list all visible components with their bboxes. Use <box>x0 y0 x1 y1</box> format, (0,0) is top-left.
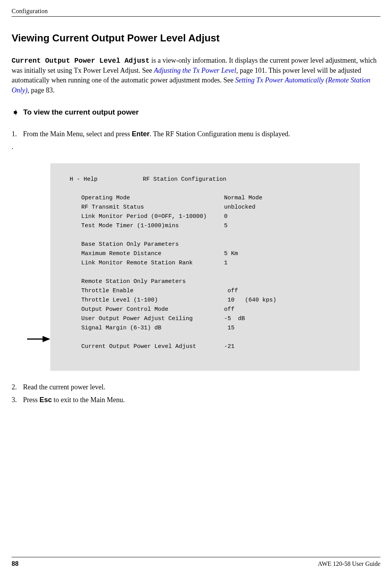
terminal-row: Base Station Only Parameters <box>58 240 352 249</box>
terminal-row: Throttle Enable off <box>58 286 352 296</box>
step-1-text-2: . The RF Station Configuration menu is d… <box>149 130 290 138</box>
terminal-spacer <box>58 231 352 240</box>
step-2-number: 2. <box>12 382 21 392</box>
step-3-number: 3. <box>12 395 21 405</box>
svg-marker-1 <box>43 336 50 342</box>
terminal-row: Link Monitor Remote Station Rank 1 <box>58 259 352 268</box>
terminal-title: H - Help RF Station Configuration <box>58 175 352 184</box>
pointer-arrow-icon <box>27 335 50 343</box>
subheading: To view the current output power <box>23 108 139 116</box>
arrow-right-icon: ➧ <box>12 107 19 118</box>
footer-divider <box>12 557 380 557</box>
terminal-row: Remote Station Only Parameters <box>58 277 352 286</box>
link-adjusting-tx-power[interactable]: Adjusting the Tx Power Level <box>154 67 236 74</box>
terminal-row: Maximum Remote Distance 5 Km <box>58 249 352 259</box>
step-1-text-1: From the Main Menu, select and press <box>23 130 132 138</box>
terminal-row: Throttle Level (1-100) 10 (640 kps) <box>58 296 352 305</box>
terminal-row: Test Mode Timer (1-1000)mins 5 <box>58 221 352 231</box>
intro-text-3: , page 83. <box>27 86 55 94</box>
step-2: 2. Read the current power level. <box>12 382 380 392</box>
esc-key-label: Esc <box>39 396 52 404</box>
terminal-spacer <box>58 184 352 194</box>
guide-title: AWE 120-58 User Guide <box>318 560 380 567</box>
terminal-row: Operating Mode Normal Mode <box>58 194 352 203</box>
enter-key-label: Enter <box>132 130 149 138</box>
terminal-spacer <box>58 268 352 277</box>
dot-line: . <box>12 142 380 152</box>
terminal-row-current-output: Current Output Power Level Adjust -21 <box>58 342 352 351</box>
footer-content: 88 AWE 120-58 User Guide <box>12 560 380 567</box>
code-label: Current Output Power Level Adjust <box>12 57 149 65</box>
header-divider <box>12 16 380 17</box>
header-section: Configuration <box>12 8 380 15</box>
page-number: 88 <box>12 560 19 567</box>
terminal-row: Link Monitor Period (0=OFF, 1-10000) 0 <box>58 212 352 221</box>
step-3-text-1: Press <box>23 396 40 404</box>
terminal-output: H - Help RF Station Configuration Operat… <box>50 163 360 371</box>
intro-paragraph: Current Output Power Level Adjust is a v… <box>12 56 380 95</box>
footer: 88 AWE 120-58 User Guide <box>12 557 380 567</box>
page-title: Viewing Current Output Power Level Adjus… <box>12 32 380 44</box>
terminal-row: User Output Power Adjust Ceiling -5 dB <box>58 314 352 324</box>
terminal-row: RF Transmit Status unblocked <box>58 203 352 212</box>
step-3-text-2: to exit to the Main Menu. <box>52 396 125 404</box>
subheading-row: ➧ To view the current output power <box>12 107 380 118</box>
terminal-row: Output Power Control Mode off <box>58 305 352 314</box>
step-1-number: 1. <box>12 129 21 139</box>
step-2-text: Read the current power level. <box>23 383 105 391</box>
terminal-row: Signal Margin (6-31) dB 15 <box>58 324 352 333</box>
step-3: 3. Press Esc to exit to the Main Menu. <box>12 395 380 405</box>
terminal-spacer <box>58 333 352 342</box>
step-1: 1. From the Main Menu, select and press … <box>12 129 380 139</box>
